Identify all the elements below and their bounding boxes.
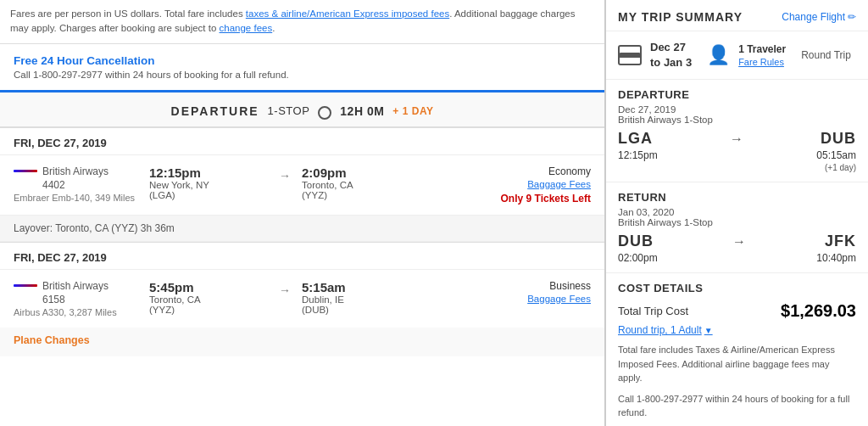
cancel-description: Call 1-800-297-2977 within 24 hours of b…: [14, 70, 591, 80]
plane-type-2: Airbus A330, 3,287 Miles: [14, 307, 149, 317]
depart-time-col-1: 12:15pm New York, NY (LGA): [149, 165, 268, 200]
traveler-icon: 👤: [707, 44, 730, 65]
notice-bar: Fares are per person in US dollars. Tota…: [0, 0, 604, 44]
round-trip-label[interactable]: Round trip, 1 Adult ▼: [618, 324, 856, 336]
depart-code-2: (YYZ): [149, 305, 268, 315]
return-section-date: Jan 03, 2020: [618, 207, 856, 217]
tickets-left-1: Only 9 Tickets Left: [489, 193, 591, 205]
arrive-time-col-2: 5:15am Dublin, IE (DUB): [302, 280, 420, 315]
cost-row: Total Trip Cost $1,269.03: [618, 301, 856, 321]
dropdown-arrow-icon: ▼: [704, 326, 713, 335]
plus-day-label: + 1 DAY: [392, 105, 433, 117]
airline-name-1: British Airways: [14, 165, 149, 177]
arrive-time-col-1: 2:09pm Toronto, CA (YYZ): [302, 165, 420, 200]
fare-col-1: Economy Baggage Fees Only 9 Tickets Left: [489, 165, 591, 205]
return-depart-time: 02:00pm: [618, 252, 658, 264]
cost-note: Total fare includes Taxes & Airline/Amer…: [618, 343, 856, 385]
flight-info-col-1: British Airways 4402 Embraer Emb-140, 34…: [14, 165, 149, 203]
return-summary: RETURN Jan 03, 2020 British Airways 1-St…: [606, 182, 868, 273]
arrive-code-1: (YYZ): [302, 190, 420, 200]
departure-label: DEPARTURE: [171, 104, 259, 118]
flight-date-header-1: FRI, DEC 27, 2019: [0, 127, 604, 155]
departure-route-arrow: →: [730, 132, 743, 147]
baggage-fees-link-1[interactable]: Baggage Fees: [489, 179, 591, 189]
depart-time-1: 12:15pm: [149, 165, 268, 180]
departure-route-row: LGA → DUB: [618, 130, 856, 148]
departure-time-row: 12:15pm 05:15am (+1 day): [618, 149, 856, 173]
flight-date-header-2: FRI, DEC 27, 2019: [0, 242, 604, 270]
airline-line-icon-2: [14, 284, 37, 287]
return-to-airport: JFK: [825, 233, 856, 250]
departure-to-airport: DUB: [821, 130, 856, 148]
refund-note: Call 1-800-297-2977 within 24 hours of b…: [618, 392, 856, 420]
plane-type-1: Embraer Emb-140, 349 Miles: [14, 193, 149, 203]
baggage-fees-link-2[interactable]: Baggage Fees: [489, 294, 591, 304]
traveler-info: 👤: [707, 44, 730, 66]
free-cancel-title: Free 24 Hour Cancellation: [14, 54, 591, 67]
layover-bar: Layover: Toronto, CA (YYZ) 3h 36m: [0, 215, 604, 242]
trip-dates-row: Dec 27 to Jan 3 👤 1 Traveler Fare Rules …: [606, 31, 868, 80]
arrive-time-2: 5:15am: [302, 280, 420, 294]
fare-col-2: Business Baggage Fees: [489, 280, 591, 304]
stops-label: 1-STOP: [268, 104, 310, 117]
trip-to-date: to Jan 3: [650, 55, 692, 70]
trip-from-date: Dec 27: [650, 40, 692, 55]
arrow-2: →: [268, 280, 302, 297]
return-route-row: DUB → JFK: [618, 233, 856, 250]
depart-city-1: New York, NY: [149, 180, 268, 190]
arrive-time-1: 2:09pm: [302, 165, 420, 180]
return-time-row: 02:00pm 10:40pm: [618, 252, 856, 264]
trip-type: Round Trip: [801, 49, 851, 61]
left-panel: Fares are per person in US dollars. Tota…: [0, 0, 605, 426]
departure-depart-time: 12:15pm: [618, 149, 658, 161]
return-arrive-time: 10:40pm: [816, 252, 856, 264]
arrow-1: →: [268, 165, 302, 182]
clock-icon: [318, 106, 331, 120]
change-flight-link[interactable]: Change Flight ✏: [782, 11, 856, 23]
fare-class-2: Business: [489, 280, 591, 292]
flight-number-2: 6158: [42, 294, 149, 305]
right-panel: MY TRIP SUMMARY Change Flight ✏ Dec 27 t…: [605, 0, 868, 426]
arrive-city-1: Toronto, CA: [302, 180, 420, 190]
flight-number-1: 4402: [42, 179, 149, 191]
departure-arrive-time: 05:15am: [816, 149, 856, 161]
arrive-code-2: (DUB): [302, 305, 420, 315]
return-section-airline: British Airways 1-Stop: [618, 217, 856, 227]
return-from-airport: DUB: [618, 233, 654, 250]
departure-extra-day: (+1 day): [825, 163, 856, 172]
departure-section-label: DEPARTURE: [618, 88, 856, 101]
departure-from-airport: LGA: [618, 130, 653, 148]
depart-time-col-2: 5:45pm Toronto, CA (YYZ): [149, 280, 268, 315]
traveler-count: 1 Traveler: [738, 43, 786, 55]
total-cost-label: Total Trip Cost: [618, 305, 688, 317]
cancellation-bar: Free 24 Hour Cancellation Call 1-800-297…: [0, 44, 604, 92]
flight-info-col-2: British Airways 6158 Airbus A330, 3,287 …: [14, 280, 149, 317]
summary-header: MY TRIP SUMMARY Change Flight ✏: [606, 0, 868, 31]
fare-rules-link[interactable]: Fare Rules: [738, 57, 784, 67]
calendar-icon: [618, 45, 642, 65]
airline-line-icon-1: [14, 170, 37, 172]
pencil-icon: ✏: [848, 11, 856, 23]
departure-section-date: Dec 27, 2019: [618, 104, 856, 115]
departure-summary: DEPARTURE Dec 27, 2019 British Airways 1…: [606, 80, 868, 182]
return-route-arrow: →: [732, 234, 746, 249]
airline-name-2: British Airways: [14, 280, 149, 292]
flight-header: DEPARTURE 1-STOP 12H 0M + 1 DAY: [0, 92, 604, 127]
change-fees-link[interactable]: change fees: [220, 23, 273, 33]
duration-label: 12H 0M: [340, 104, 384, 118]
return-section-label: RETURN: [618, 191, 856, 204]
trip-dates: Dec 27 to Jan 3: [650, 40, 692, 70]
summary-title: MY TRIP SUMMARY: [618, 10, 743, 24]
cost-header-label: COST DETAILS: [618, 282, 856, 294]
arrive-city-2: Dublin, IE: [302, 294, 420, 305]
departure-section-airline: British Airways 1-Stop: [618, 115, 856, 125]
flight-row-1: British Airways 4402 Embraer Emb-140, 34…: [0, 155, 604, 215]
departure-arrive-block: 05:15am (+1 day): [816, 149, 856, 173]
flight-row-2: British Airways 6158 Airbus A330, 3,287 …: [0, 270, 604, 328]
depart-time-2: 5:45pm: [149, 280, 268, 294]
fare-class-1: Economy: [489, 165, 591, 177]
plane-changes-link[interactable]: Plane Changes: [0, 328, 604, 356]
total-cost-price: $1,269.03: [781, 301, 856, 321]
taxes-link[interactable]: taxes & airline/American Express imposed…: [246, 8, 449, 19]
depart-city-2: Toronto, CA: [149, 294, 268, 305]
